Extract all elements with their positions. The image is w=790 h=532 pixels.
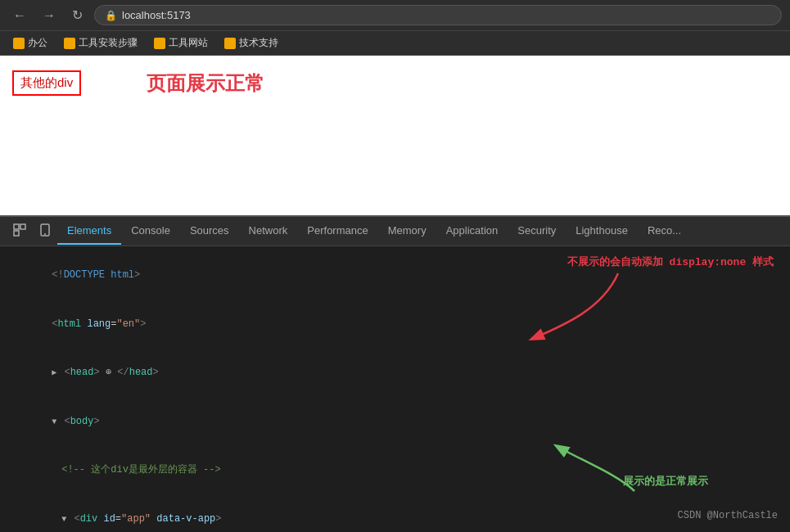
bookmark-toolsite[interactable]: 工具网站: [147, 34, 214, 52]
devtools-toolbar: Elements Console Sources Network Perform…: [0, 217, 790, 246]
devtools-mobile-icon[interactable]: [33, 219, 57, 244]
bookmark-support-icon: [224, 38, 236, 49]
red-arrow: [495, 261, 626, 359]
devtools-panel: Elements Console Sources Network Perform…: [0, 215, 790, 532]
devtools-inspect-icon[interactable]: [7, 219, 33, 244]
bookmark-toolsite-label: 工具网站: [169, 36, 208, 50]
tab-sources[interactable]: Sources: [180, 218, 239, 245]
other-div: 其他的div: [12, 70, 81, 96]
bookmark-install-icon: [64, 38, 75, 49]
tab-recorder[interactable]: Reco...: [638, 218, 691, 245]
bookmark-support[interactable]: 技术支持: [218, 34, 285, 52]
tab-console[interactable]: Console: [121, 218, 180, 245]
page-status: 页面展示正常: [147, 70, 264, 97]
tab-elements[interactable]: Elements: [57, 218, 121, 245]
tab-performance[interactable]: Performance: [297, 218, 377, 245]
html-line-head: ▶ <head> ⊕ </head>: [0, 349, 790, 398]
bookmark-office-icon: [13, 38, 25, 49]
tab-application[interactable]: Application: [436, 218, 508, 245]
forward-button[interactable]: →: [38, 5, 61, 26]
html-line-html: <html lang="en">: [0, 300, 790, 349]
bookmark-office[interactable]: 办公: [7, 34, 54, 52]
doctype-text: DOCTYPE html: [64, 269, 134, 281]
bookmark-toolsite-icon: [154, 38, 165, 49]
doctype-bracket: <!: [52, 269, 63, 281]
page-content: 其他的div 页面展示正常: [0, 56, 790, 215]
svg-point-4: [44, 233, 46, 235]
bookmark-install-label: 工具安装步骤: [79, 36, 138, 50]
tab-memory[interactable]: Memory: [378, 218, 436, 245]
svg-rect-2: [14, 231, 19, 236]
browser-chrome: ← → ↻ 🔒 localhost:5173: [0, 0, 790, 31]
svg-rect-0: [14, 224, 19, 229]
tab-security[interactable]: Security: [508, 218, 566, 245]
back-button[interactable]: ←: [8, 5, 31, 26]
refresh-button[interactable]: ↻: [67, 4, 88, 26]
lock-icon: 🔒: [105, 10, 117, 21]
tab-lighthouse[interactable]: Lighthouse: [566, 218, 638, 245]
address-bar[interactable]: 🔒 localhost:5173: [94, 5, 782, 25]
devtools-content: 不展示的会自动添加 display:none 样式 展示的是正常展示 <!DOC…: [0, 246, 790, 532]
annotation-normal-display: 展示的是正常展示: [623, 474, 708, 491]
html-line-body-open: ▼ <body>: [0, 398, 790, 447]
svg-rect-1: [20, 224, 25, 229]
bookmark-install[interactable]: 工具安装步骤: [57, 34, 144, 52]
watermark: CSDN @NorthCastle: [678, 508, 778, 524]
tab-network[interactable]: Network: [239, 218, 298, 245]
bookmark-support-label: 技术支持: [239, 36, 278, 50]
bookmark-office-label: 办公: [28, 36, 47, 50]
url-text: localhost:5173: [122, 9, 191, 21]
html-line-app-div: ▼ <div id="app" data-v-app>: [0, 495, 790, 532]
doctype-close: >: [134, 269, 140, 281]
bookmarks-bar: 办公 工具安装步骤 工具网站 技术支持: [0, 31, 790, 56]
